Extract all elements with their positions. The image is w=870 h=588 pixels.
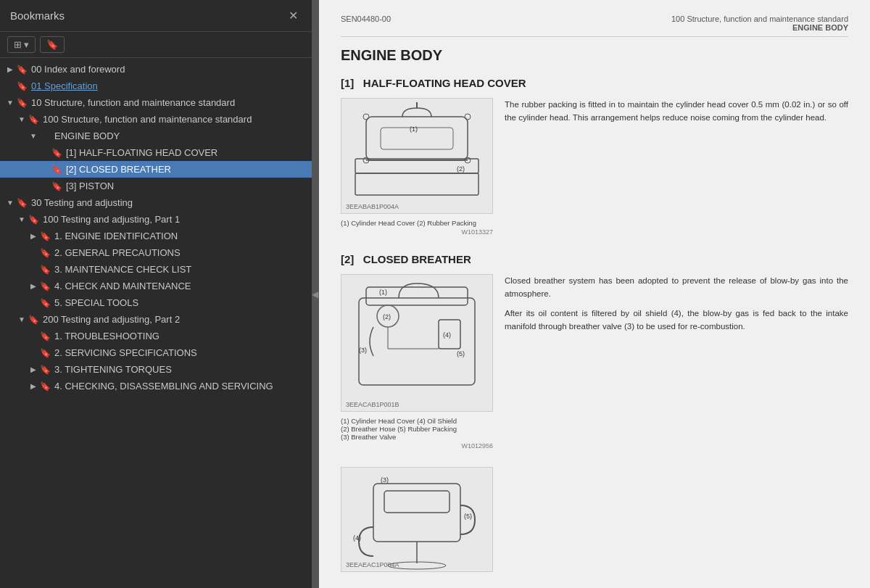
breather-diagram: (2) (4) (1) (3) (5) [344, 276, 489, 410]
toolbar-row: ⊞ ▾ 🔖 [0, 32, 312, 58]
doc-main-title: ENGINE BODY [341, 47, 848, 64]
image-2-note: (1) Cylinder Head Cover (4) Oil Shield (… [341, 415, 493, 450]
bookmarks-header: Bookmarks ✕ [0, 0, 312, 32]
image-2-label: 3EEACAB1P001B [346, 401, 399, 408]
tree-item-tightening-torques[interactable]: ▶ 🔖 3. TIGHTENING TORQUES [0, 361, 312, 378]
item-label: 30 Testing and adjusting [31, 197, 307, 208]
item-label: 2. SERVICING SPECIFICATIONS [54, 347, 307, 358]
bookmark-icon: 🔖 [39, 381, 51, 392]
svg-text:(5): (5) [457, 350, 465, 357]
dropdown-arrow: ▾ [24, 39, 29, 50]
expand-arrow: ▼ [16, 115, 28, 123]
item-label: 2. GENERAL PRECAUTIONS [54, 247, 307, 258]
tree-item-checking-disassembling[interactable]: ▶ 🔖 4. CHECKING, DISASSEMBLING AND SERVI… [0, 378, 312, 394]
expand-arrow: ▶ [28, 232, 39, 240]
section-1-label: HALF-FLOATING HEAD COVER [363, 77, 526, 89]
section-2-block: (2) (4) (1) (3) (5) 3EEACAB1P001B [341, 274, 848, 450]
bookmark-icon: 🔖 [51, 165, 62, 175]
bookmark-icon: 🔖 [46, 39, 58, 50]
tree-item-piston[interactable]: ▶ 🔖 [3] PISTON [0, 178, 312, 194]
item-label: ENGINE BODY [54, 131, 307, 141]
section-3-block: (5) (4) (3) 3EEAEAC1P004A [341, 467, 848, 572]
bookmarks-panel: Bookmarks ✕ ⊞ ▾ 🔖 ▶ 🔖 00 Index and forew… [0, 0, 312, 588]
bookmark-icon: 🔖 [39, 298, 51, 308]
doc-header-text: 100 Structure, function and maintenance … [671, 15, 848, 32]
expand-arrow-empty: ▶ [28, 249, 39, 257]
bookmark-icon: 🔖 [51, 181, 62, 191]
bookmark-icon: 🔖 [16, 198, 28, 208]
svg-text:(3): (3) [359, 347, 367, 354]
section-1-image: (1) (2) 3EEABAB1P004A [341, 98, 493, 214]
item-label: [1] HALF-FLOATING HEAD COVER [66, 147, 307, 158]
svg-text:(2): (2) [457, 165, 465, 173]
bookmark-icon: 🔖 [39, 231, 51, 241]
head-cover-diagram: (1) (2) [344, 102, 489, 210]
tree-item-engine-id[interactable]: ▶ 🔖 1. ENGINE IDENTIFICATION [0, 228, 312, 244]
tree-item-10[interactable]: ▼ 🔖 10 Structure, function and maintenan… [0, 94, 312, 111]
tree-item-engine[interactable]: ▼ 🔖 ENGINE BODY [0, 128, 312, 144]
header-icons: ✕ [285, 7, 302, 24]
bookmark-icon: 🔖 [16, 65, 28, 75]
bookmark-icon: 🔖 [39, 348, 51, 358]
item-label: 1. ENGINE IDENTIFICATION [54, 231, 307, 241]
document-content: SEN04480-00 100 Structure, function and … [319, 0, 870, 588]
tree-item-100t[interactable]: ▼ 🔖 100 Testing and adjusting, Part 1 [0, 211, 312, 228]
bookmark-icon: 🔖 [28, 215, 39, 225]
item-label: 4. CHECK AND MAINTENANCE [54, 281, 307, 291]
panel-divider[interactable]: ◀ [312, 0, 319, 588]
bookmark-icon: 🔖 [39, 248, 51, 258]
item-label: [3] PISTON [66, 181, 307, 191]
svg-text:(2): (2) [383, 313, 391, 320]
section-2-number: [2] [341, 253, 354, 265]
image-3-label: 3EEAEAC1P004A [346, 561, 399, 568]
close-button[interactable]: ✕ [285, 7, 302, 24]
tree-item-100[interactable]: ▼ 🔖 100 Structure, function and maintena… [0, 111, 312, 128]
item-label: 3. TIGHTENING TORQUES [54, 364, 307, 375]
bookmark-icon: 🔖 [51, 148, 62, 158]
expand-arrow: ▼ [16, 315, 28, 323]
tree-item-troubleshooting[interactable]: ▶ 🔖 1. TROUBLESHOOTING [0, 328, 312, 344]
tree-item-servicing-specs[interactable]: ▶ 🔖 2. SERVICING SPECIFICATIONS [0, 344, 312, 361]
item-label: 200 Testing and adjusting, Part 2 [43, 314, 307, 325]
tree-item-200t[interactable]: ▼ 🔖 200 Testing and adjusting, Part 2 [0, 311, 312, 328]
tree-item-00[interactable]: ▶ 🔖 00 Index and foreword [0, 61, 312, 78]
expand-arrow: ▶ [4, 65, 16, 73]
tree-item-general-precautions[interactable]: ▶ 🔖 2. GENERAL PRECAUTIONS [0, 244, 312, 261]
expand-arrow-empty: ▶ [28, 265, 39, 273]
expand-arrow-empty: ▶ [39, 165, 51, 173]
expand-arrow-empty: ▶ [28, 332, 39, 340]
expand-arrow: ▶ [28, 365, 39, 373]
tree-item-01[interactable]: ▶ 🔖 01 Specification [0, 78, 312, 94]
section-2-label: CLOSED BREATHER [363, 253, 471, 265]
doc-id: SEN04480-00 [341, 15, 391, 32]
item-label: 100 Testing and adjusting, Part 1 [43, 214, 307, 225]
section-2-title: [2] CLOSED BREATHER [341, 253, 848, 265]
item-label: 00 Index and foreword [31, 64, 307, 75]
bookmark-icon: 🔖 [39, 365, 51, 375]
tree-item-closed-breather[interactable]: ▶ 🔖 [2] CLOSED BREATHER [0, 161, 312, 178]
third-diagram: (5) (4) (3) [344, 469, 489, 571]
tree-item-maintenance-checklist[interactable]: ▶ 🔖 3. MAINTENANCE CHECK LIST [0, 261, 312, 278]
bookmarks-title: Bookmarks [10, 9, 65, 22]
bookmark-icon: 🔖 [39, 331, 51, 341]
view-options-button[interactable]: ⊞ ▾ [7, 36, 36, 53]
tree-item-special-tools[interactable]: ▶ 🔖 5. SPECIAL TOOLS [0, 294, 312, 311]
bookmark-icon: 🔖 [28, 315, 39, 325]
svg-text:(1): (1) [410, 125, 418, 133]
bookmark-add-button[interactable]: 🔖 [40, 36, 65, 53]
item-label: 10 Structure, function and maintenance s… [31, 97, 307, 108]
bookmark-icon: 🔖 [16, 81, 28, 91]
section-1-block: (1) (2) 3EEABAB1P004A (1) Cylinder Head … [341, 98, 848, 236]
tree-item-check-maintenance[interactable]: ▶ 🔖 4. CHECK AND MAINTENANCE [0, 278, 312, 294]
expand-arrow-empty: ▶ [4, 82, 16, 90]
expand-arrow-empty: ▶ [28, 299, 39, 307]
doc-header: SEN04480-00 100 Structure, function and … [341, 15, 848, 37]
svg-text:(4): (4) [443, 331, 451, 339]
section-2-image: (2) (4) (1) (3) (5) 3EEACAB1P001B [341, 274, 493, 412]
bookmark-icon: 🔖 [39, 265, 51, 275]
expand-arrow-empty: ▶ [39, 149, 51, 157]
item-label: 5. SPECIAL TOOLS [54, 297, 307, 308]
tree-item-half-floating[interactable]: ▶ 🔖 [1] HALF-FLOATING HEAD COVER [0, 144, 312, 161]
expand-arrow: ▼ [28, 132, 39, 140]
tree-item-30[interactable]: ▼ 🔖 30 Testing and adjusting [0, 194, 312, 211]
